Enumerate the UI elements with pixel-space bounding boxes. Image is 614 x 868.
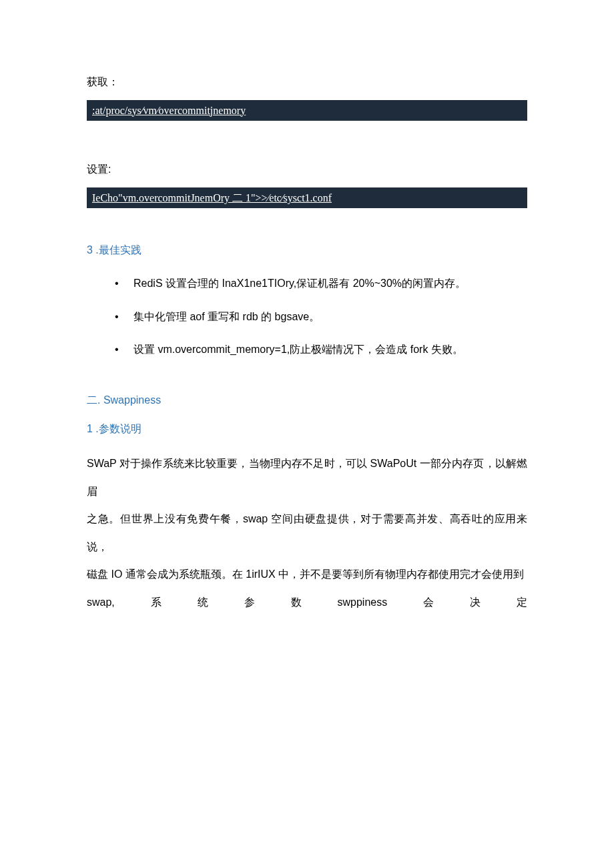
list-item: 设置 vm.overcommit_memory=1,防止极端情况下，会造成 fo…	[120, 341, 527, 358]
swap-paragraph: SWaP 对于操作系统来比较重要，当物理内存不足时，可以 SWaPoUt 一部分…	[87, 450, 527, 616]
swappiness-heading: 二. Swappiness	[87, 392, 527, 409]
list-item: 集中化管理 aof 重写和 rdb 的 bgsave。	[120, 308, 527, 326]
para-line: 之急。但世界上没有免费午餐，swap 空间由硬盘提供，对于需要高并发、高吞吐的应…	[87, 505, 527, 560]
token: 统	[198, 588, 208, 616]
code-block-get: :at/proc/sys⁄vm⁄overcommitjnemory	[87, 100, 527, 121]
get-label: 获取：	[87, 73, 527, 91]
section-3-heading: 3 .最佳实践	[87, 242, 527, 259]
token: 数	[291, 588, 302, 616]
token: 决	[470, 588, 481, 616]
para-line: SWaP 对于操作系统来比较重要，当物理内存不足时，可以 SWaPoUt 一部分…	[87, 450, 527, 505]
code-block-set: IeCho"vm.overcommitJnemOry 二 1">>⁄etc⁄sy…	[87, 187, 527, 209]
token: swap,	[87, 588, 115, 616]
token: 会	[423, 588, 434, 616]
list-item: RediS 设置合理的 InaX1ne1TIOry,保证机器有 20%~30%的…	[120, 275, 527, 292]
set-label: 设置:	[87, 161, 527, 178]
token: 系	[151, 588, 162, 616]
best-practices-list: RediS 设置合理的 InaX1ne1TIOry,保证机器有 20%~30%的…	[87, 275, 527, 358]
token: 参	[244, 588, 255, 616]
param-heading: 1 .参数说明	[87, 420, 527, 438]
para-line: 磁盘 IO 通常会成为系统瓶颈。在 1irIUX 中，并不是要等到所有物理内存都…	[87, 560, 527, 588]
para-line-spaced: swap, 系 统 参 数 swppiness 会 决 定	[87, 588, 527, 616]
token: 定	[517, 588, 527, 616]
token: swppiness	[337, 588, 387, 616]
